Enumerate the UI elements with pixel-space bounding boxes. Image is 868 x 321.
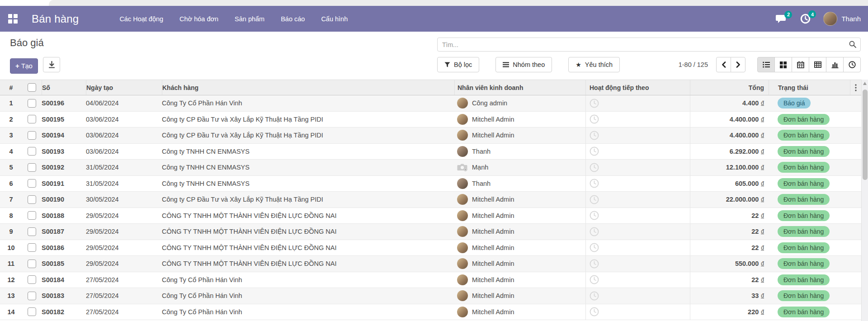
order-number[interactable]: S00191 <box>42 176 86 192</box>
menu-configuration[interactable]: Cấu hình <box>320 13 349 25</box>
menu-activities[interactable]: Các Hoạt động <box>118 13 164 25</box>
table-row[interactable]: 5S0019231/05/2024Công ty TNHH CN ENMASYS… <box>0 160 868 176</box>
view-activity-button[interactable] <box>843 57 861 72</box>
table-row[interactable]: 4S0019303/06/2024Công ty TNHH CN ENMASYS… <box>0 144 868 160</box>
row-index: 1 <box>0 95 22 111</box>
table-row[interactable]: 3S0019403/06/2024Công ty CP Đầu Tư và Xâ… <box>0 127 868 144</box>
order-number[interactable]: S00183 <box>42 288 86 304</box>
row-checkbox[interactable] <box>28 147 36 156</box>
row-checkbox[interactable] <box>28 195 36 204</box>
table-row[interactable]: 13S0018327/05/2024Công Ty Cổ Phần Hán Vi… <box>0 288 868 304</box>
next-activity-cell[interactable] <box>585 304 690 320</box>
pager-next-button[interactable] <box>731 57 745 72</box>
row-checkbox[interactable] <box>28 260 36 268</box>
favorites-button[interactable]: ★ Yêu thích <box>568 57 620 72</box>
order-number[interactable]: S00185 <box>42 256 86 272</box>
header-status[interactable]: Trạng thái <box>769 80 850 95</box>
next-activity-cell[interactable] <box>585 111 690 127</box>
next-activity-cell[interactable] <box>585 143 690 160</box>
view-graph-button[interactable] <box>826 57 844 72</box>
table-row[interactable]: 7S0019030/05/2024Công ty CP Đầu Tư và Xâ… <box>0 192 868 208</box>
group-by-button[interactable]: Nhóm theo <box>495 57 552 72</box>
filters-button[interactable]: Bộ lọc <box>437 57 479 72</box>
order-number[interactable]: S00188 <box>42 208 86 224</box>
order-number[interactable]: S00196 <box>42 95 86 111</box>
view-list-button[interactable] <box>757 57 775 72</box>
order-number[interactable]: S00193 <box>42 144 86 160</box>
order-number[interactable]: S00195 <box>42 112 86 127</box>
next-activity-cell[interactable] <box>585 272 690 288</box>
quotation-list: # Số Ngày tạo Khách hàng Nhân viên kinh … <box>0 80 868 320</box>
table-row[interactable]: 9S0018729/05/2024CÔNG TY TNHH MỘT THÀNH … <box>0 224 868 240</box>
pager-previous-button[interactable] <box>716 57 731 72</box>
table-row[interactable]: 12S0018427/05/2024Công Ty Cổ Phần Hán Vi… <box>0 272 868 288</box>
scrollbar-up-arrow[interactable] <box>863 82 867 85</box>
row-checkbox[interactable] <box>28 227 36 236</box>
row-checkbox[interactable] <box>28 179 36 188</box>
order-number[interactable]: S00190 <box>42 192 86 208</box>
order-number[interactable]: S00194 <box>42 127 86 143</box>
currency-symbol: đ <box>761 180 764 187</box>
row-checkbox[interactable] <box>28 115 36 123</box>
order-number[interactable]: S00182 <box>42 304 86 320</box>
row-checkbox[interactable] <box>28 275 36 284</box>
view-pivot-button[interactable] <box>809 57 826 72</box>
row-checkbox[interactable] <box>28 163 36 172</box>
next-activity-cell[interactable] <box>585 224 690 240</box>
salesperson-cell: Mitchell Admin <box>454 288 585 304</box>
status-badge: Đơn bán hàng <box>778 274 830 285</box>
row-checkbox[interactable] <box>28 292 36 300</box>
table-row[interactable]: 10S0018629/05/2024CÔNG TY TNHH MỘT THÀNH… <box>0 240 868 256</box>
order-number[interactable]: S00186 <box>42 240 86 256</box>
order-number[interactable]: S00192 <box>42 160 86 175</box>
header-next-activity[interactable]: Hoạt động tiếp theo <box>585 80 690 95</box>
header-date[interactable]: Ngày tạo <box>86 80 162 95</box>
next-activity-cell[interactable] <box>585 208 690 224</box>
next-activity-cell[interactable] <box>585 95 690 112</box>
menu-products[interactable]: Sản phẩm <box>234 13 265 25</box>
header-salesperson[interactable]: Nhân viên kinh doanh <box>454 80 585 95</box>
view-kanban-button[interactable] <box>774 57 792 72</box>
create-button[interactable]: + Tạo <box>10 58 38 74</box>
header-customer[interactable]: Khách hàng <box>162 80 454 95</box>
salesperson-cell: Mitchell Admin <box>454 208 585 224</box>
search-icon[interactable] <box>849 41 856 48</box>
search-input[interactable] <box>437 38 861 52</box>
messages-button[interactable]: 2 <box>776 14 787 24</box>
select-all-checkbox[interactable] <box>28 83 36 92</box>
header-total[interactable]: Tổng <box>690 80 769 95</box>
activities-button[interactable]: 4 <box>800 14 811 24</box>
row-checkbox[interactable] <box>28 307 36 316</box>
table-row[interactable]: 8S0018829/05/2024CÔNG TY TNHH MỘT THÀNH … <box>0 208 868 224</box>
table-row[interactable]: 14S0018227/05/2024Công Ty Cổ Phần Hán Vi… <box>0 304 868 321</box>
next-activity-cell[interactable] <box>585 127 690 144</box>
order-number[interactable]: S00187 <box>42 224 86 240</box>
next-activity-cell[interactable] <box>585 240 690 256</box>
row-checkbox[interactable] <box>28 99 36 108</box>
header-number[interactable]: Số <box>42 80 86 95</box>
view-calendar-button[interactable] <box>792 57 809 72</box>
table-row[interactable]: 11S0018529/05/2024CÔNG TY TNHH MỘT THÀNH… <box>0 256 868 272</box>
order-number[interactable]: S00184 <box>42 272 86 288</box>
next-activity-cell[interactable] <box>585 288 690 304</box>
status-cell: Đơn bán hàng <box>769 304 850 320</box>
user-menu-button[interactable]: Thanh <box>823 12 861 26</box>
optional-columns-button[interactable] <box>850 80 861 95</box>
next-activity-cell[interactable] <box>585 160 690 176</box>
vertical-scrollbar[interactable] <box>861 80 868 321</box>
next-activity-cell[interactable] <box>585 192 690 208</box>
row-checkbox[interactable] <box>28 131 36 140</box>
table-row[interactable]: 6S0019131/05/2024Công ty TNHH CN ENMASYS… <box>0 176 868 192</box>
scrollbar-thumb[interactable] <box>863 90 868 180</box>
menu-reporting[interactable]: Báo cáo <box>280 13 306 25</box>
next-activity-cell[interactable] <box>585 175 690 192</box>
apps-menu-button[interactable] <box>4 10 22 28</box>
row-checkbox[interactable] <box>28 211 36 220</box>
table-row[interactable]: 1S0019604/06/2024Công Ty Cổ Phần Hán Vin… <box>0 95 868 112</box>
status-badge: Đơn bán hàng <box>778 210 830 221</box>
row-checkbox[interactable] <box>28 243 36 252</box>
next-activity-cell[interactable] <box>585 256 690 272</box>
menu-to-invoice[interactable]: Chờ hóa đơn <box>179 13 219 25</box>
table-row[interactable]: 2S0019503/06/2024Công ty CP Đầu Tư và Xâ… <box>0 112 868 128</box>
export-button[interactable] <box>43 57 60 72</box>
